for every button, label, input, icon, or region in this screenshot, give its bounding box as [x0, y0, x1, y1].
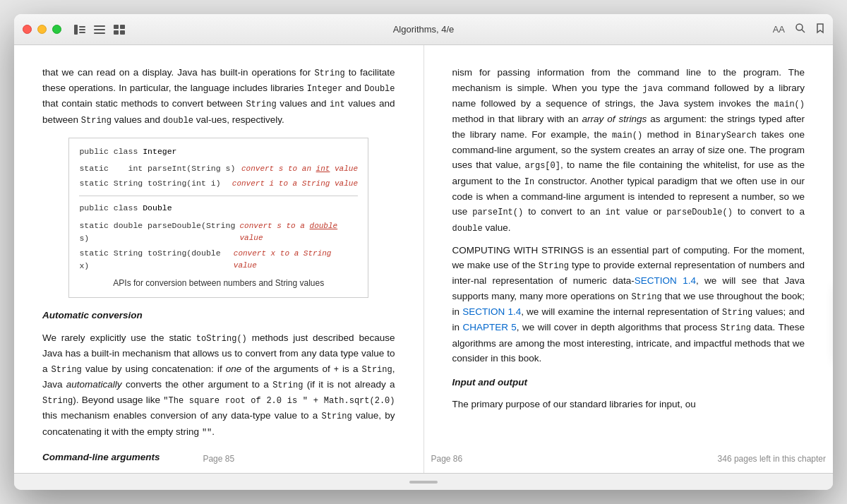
svg-point-11	[796, 24, 803, 30]
section-input-output: Input and output	[452, 375, 805, 390]
svg-rect-8	[120, 25, 125, 29]
page-footer-left: Page 85	[14, 452, 424, 466]
page-number-left: Page 85	[203, 452, 234, 466]
grid-icon[interactable]	[112, 24, 126, 35]
right-para-1: nism for passing information from the co…	[452, 65, 805, 236]
search-button[interactable]	[795, 23, 806, 36]
api-method-row: static String toString(int i) convert i …	[79, 177, 358, 191]
left-para-auto: We rarely explicitly use the static toSt…	[42, 330, 395, 440]
svg-rect-0	[74, 25, 78, 35]
api-method-row: static double parseDouble(String s) conv…	[79, 220, 358, 246]
svg-rect-9	[114, 30, 119, 35]
api-table: public class Integer static int parseInt…	[68, 138, 368, 299]
right-para-3: The primary purpose of our standard libr…	[452, 397, 805, 412]
svg-rect-6	[94, 32, 105, 34]
svg-rect-7	[114, 25, 119, 29]
list-icon[interactable]	[92, 24, 107, 35]
page-right: nism for passing information from the co…	[424, 45, 834, 473]
api-class1-header: public class Integer	[79, 145, 358, 158]
svg-rect-1	[79, 26, 85, 28]
right-para-2: COMPUTING WITH STRINGS is an essential p…	[452, 243, 805, 366]
api-method-row: static int parseInt(String s) convert s …	[79, 162, 358, 176]
svg-rect-3	[79, 32, 85, 33]
maximize-button[interactable]	[52, 25, 61, 34]
api-caption: APIs for conversion between numbers and …	[79, 277, 358, 290]
svg-rect-2	[79, 29, 85, 30]
bottom-bar	[14, 473, 833, 490]
titlebar: Algorithms, 4/e AA	[14, 14, 833, 45]
page-number-right: Page 86	[431, 452, 463, 466]
page-left: that we can read on a display. Java has …	[14, 45, 424, 473]
bookmark-button[interactable]	[816, 23, 824, 36]
svg-rect-4	[94, 25, 105, 27]
window-title: Algorithms, 4/e	[393, 24, 455, 35]
svg-rect-5	[94, 29, 105, 30]
traffic-lights	[23, 25, 61, 34]
font-size-button[interactable]: AA	[773, 24, 785, 35]
page-footer-right: Page 86 346 pages left in this chapter	[424, 452, 834, 466]
main-window: Algorithms, 4/e AA that we can read on a…	[14, 14, 833, 490]
api-method-row: static String toString(double x) convert…	[79, 247, 358, 273]
toolbar-icons	[73, 24, 126, 35]
left-para-1: that we can read on a display. Java has …	[42, 65, 395, 128]
titlebar-right-controls: AA	[773, 23, 824, 36]
book-content: that we can read on a display. Java has …	[14, 45, 833, 473]
minimize-button[interactable]	[37, 25, 47, 34]
resize-handle[interactable]	[409, 481, 438, 484]
left-para-cmdline: One important use of strings in Java pro…	[42, 472, 395, 473]
section-auto-conversion: Automatic conversion	[42, 308, 395, 323]
api-class2-header: public class Double	[79, 202, 358, 215]
sidebar-icon[interactable]	[73, 24, 87, 35]
svg-line-12	[802, 30, 805, 32]
svg-rect-10	[120, 30, 125, 35]
pages-left-count: 346 pages left in this chapter	[718, 452, 826, 466]
close-button[interactable]	[23, 25, 32, 34]
